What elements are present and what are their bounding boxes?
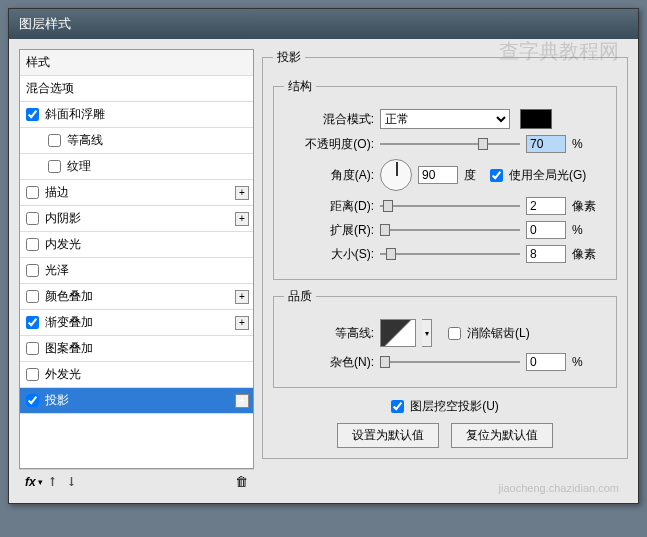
size-unit: 像素 bbox=[572, 246, 602, 263]
distance-unit: 像素 bbox=[572, 198, 602, 215]
checkbox-stroke[interactable] bbox=[26, 186, 39, 199]
quality-fieldset: 品质 等高线: ▾ 消除锯齿(L) 杂色(N): % bbox=[273, 288, 617, 388]
style-texture[interactable]: 纹理 bbox=[20, 154, 253, 180]
drop-shadow-fieldset: 投影 结构 混合模式: 正常 不透明度(O): % bbox=[262, 49, 628, 459]
structure-fieldset: 结构 混合模式: 正常 不透明度(O): % 角度(A): bbox=[273, 78, 617, 280]
blend-mode-label: 混合模式: bbox=[284, 111, 374, 128]
style-satin[interactable]: 光泽 bbox=[20, 258, 253, 284]
antialias-label: 消除锯齿(L) bbox=[467, 325, 530, 342]
checkbox-gradient-overlay[interactable] bbox=[26, 316, 39, 329]
window-title: 图层样式 bbox=[9, 9, 638, 39]
noise-slider[interactable] bbox=[380, 355, 520, 369]
size-label: 大小(S): bbox=[284, 246, 374, 263]
style-inner-glow[interactable]: 内发光 bbox=[20, 232, 253, 258]
spread-label: 扩展(R): bbox=[284, 222, 374, 239]
spread-input[interactable] bbox=[526, 221, 566, 239]
angle-input[interactable] bbox=[418, 166, 458, 184]
checkbox-drop-shadow[interactable] bbox=[26, 394, 39, 407]
style-stroke[interactable]: 描边 + bbox=[20, 180, 253, 206]
angle-label: 角度(A): bbox=[284, 167, 374, 184]
checkbox-texture[interactable] bbox=[48, 160, 61, 173]
size-slider[interactable] bbox=[380, 247, 520, 261]
checkbox-pattern-overlay[interactable] bbox=[26, 342, 39, 355]
add-drop-shadow-icon[interactable]: + bbox=[235, 394, 249, 408]
style-color-overlay[interactable]: 颜色叠加 + bbox=[20, 284, 253, 310]
spread-slider[interactable] bbox=[380, 223, 520, 237]
style-inner-shadow[interactable]: 内阴影 + bbox=[20, 206, 253, 232]
layer-style-dialog: 图层样式 样式 混合选项 斜面和浮雕 等高线 纹理 bbox=[8, 8, 639, 504]
contour-label: 等高线: bbox=[284, 325, 374, 342]
opacity-slider[interactable] bbox=[380, 137, 520, 151]
move-down-icon[interactable]: 🠗 bbox=[66, 476, 77, 488]
move-up-icon[interactable]: 🠕 bbox=[47, 476, 58, 488]
global-light-checkbox[interactable] bbox=[490, 169, 503, 182]
add-gradient-overlay-icon[interactable]: + bbox=[235, 316, 249, 330]
quality-legend: 品质 bbox=[284, 288, 316, 305]
style-outer-glow[interactable]: 外发光 bbox=[20, 362, 253, 388]
noise-label: 杂色(N): bbox=[284, 354, 374, 371]
global-light-label: 使用全局光(G) bbox=[509, 167, 586, 184]
style-drop-shadow[interactable]: 投影 + bbox=[20, 388, 253, 414]
distance-slider[interactable] bbox=[380, 199, 520, 213]
structure-legend: 结构 bbox=[284, 78, 316, 95]
style-pattern-overlay[interactable]: 图案叠加 bbox=[20, 336, 253, 362]
opacity-input[interactable] bbox=[526, 135, 566, 153]
style-gradient-overlay[interactable]: 渐变叠加 + bbox=[20, 310, 253, 336]
knockout-checkbox[interactable] bbox=[391, 400, 404, 413]
distance-label: 距离(D): bbox=[284, 198, 374, 215]
reset-default-button[interactable]: 复位为默认值 bbox=[451, 423, 553, 448]
add-stroke-icon[interactable]: + bbox=[235, 186, 249, 200]
styles-sidebar: 样式 混合选项 斜面和浮雕 等高线 纹理 描边 + bbox=[19, 49, 254, 493]
spread-unit: % bbox=[572, 223, 602, 237]
panel-title: 投影 bbox=[273, 49, 305, 66]
knockout-label: 图层挖空投影(U) bbox=[410, 398, 499, 415]
blend-mode-select[interactable]: 正常 bbox=[380, 109, 510, 129]
drop-shadow-panel: 投影 结构 混合模式: 正常 不透明度(O): % bbox=[262, 49, 628, 493]
angle-dial[interactable] bbox=[380, 159, 412, 191]
trash-icon[interactable]: 🗑 bbox=[235, 474, 248, 489]
noise-unit: % bbox=[572, 355, 602, 369]
opacity-unit: % bbox=[572, 137, 602, 151]
checkbox-inner-glow[interactable] bbox=[26, 238, 39, 251]
noise-input[interactable] bbox=[526, 353, 566, 371]
styles-header: 样式 bbox=[20, 50, 253, 76]
add-inner-shadow-icon[interactable]: + bbox=[235, 212, 249, 226]
angle-unit: 度 bbox=[464, 167, 476, 184]
distance-input[interactable] bbox=[526, 197, 566, 215]
checkbox-bevel[interactable] bbox=[26, 108, 39, 121]
checkbox-contour[interactable] bbox=[48, 134, 61, 147]
checkbox-color-overlay[interactable] bbox=[26, 290, 39, 303]
add-color-overlay-icon[interactable]: + bbox=[235, 290, 249, 304]
checkbox-inner-shadow[interactable] bbox=[26, 212, 39, 225]
style-bevel-emboss[interactable]: 斜面和浮雕 bbox=[20, 102, 253, 128]
style-contour[interactable]: 等高线 bbox=[20, 128, 253, 154]
checkbox-outer-glow[interactable] bbox=[26, 368, 39, 381]
fx-menu-icon[interactable]: fx bbox=[25, 475, 36, 489]
contour-dropdown-icon[interactable]: ▾ bbox=[422, 319, 432, 347]
antialias-checkbox[interactable] bbox=[448, 327, 461, 340]
make-default-button[interactable]: 设置为默认值 bbox=[337, 423, 439, 448]
size-input[interactable] bbox=[526, 245, 566, 263]
sidebar-footer: fx▾ 🠕 🠗 🗑 bbox=[19, 469, 254, 493]
contour-picker[interactable] bbox=[380, 319, 416, 347]
shadow-color-swatch[interactable] bbox=[520, 109, 552, 129]
blending-options-row[interactable]: 混合选项 bbox=[20, 76, 253, 102]
opacity-label: 不透明度(O): bbox=[284, 136, 374, 153]
checkbox-satin[interactable] bbox=[26, 264, 39, 277]
